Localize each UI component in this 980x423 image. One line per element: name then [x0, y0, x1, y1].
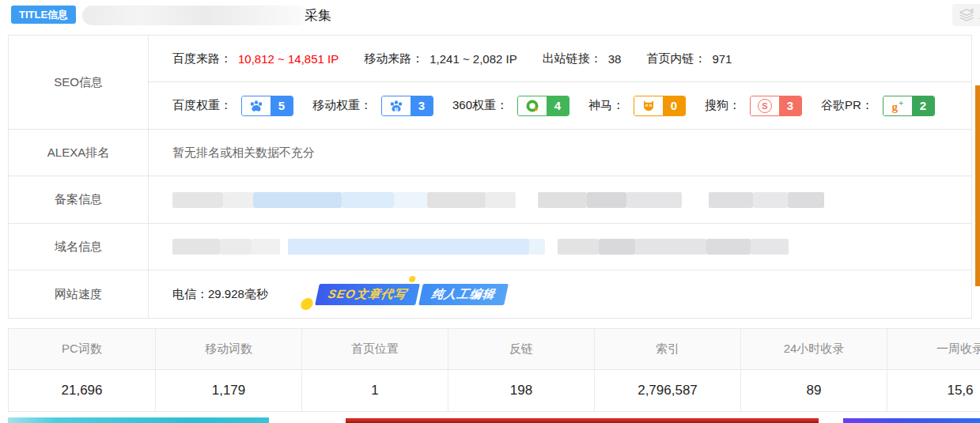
traffic-sub-row: 百度来路： 10,812 ~ 14,851 IP 移动来路： 1,241 ~ 2… — [149, 36, 971, 81]
redacted-text-block — [427, 192, 486, 208]
seo-writing-ad-banner[interactable]: SEO文章代写 纯人工编辑 — [315, 284, 508, 305]
google-plus-icon: g+ — [884, 96, 912, 115]
ad-dot-small-icon — [408, 276, 416, 282]
pc-words-value: 21,696 — [9, 370, 155, 411]
shenma-weight: 神马： 0 — [588, 96, 686, 116]
redacted-text-block — [545, 239, 558, 255]
redacted-text-block — [682, 192, 709, 208]
right-edge-orange-strip — [975, 85, 980, 286]
homepage-position-value: 1 — [301, 370, 448, 411]
bottom-banner-blue — [843, 418, 980, 423]
title-info-badge: TITLE信息 — [11, 6, 76, 24]
sogou-weight-badge[interactable]: S 3 — [750, 96, 802, 116]
redacted-text-block — [486, 192, 516, 208]
ad-left-text: SEO文章代写 — [315, 284, 419, 305]
redacted-text-block — [223, 192, 253, 208]
weight-360: 360权重： 4 — [452, 96, 569, 116]
seo-info-content: 百度来路： 10,812 ~ 14,851 IP 移动来路： 1,241 ~ 2… — [149, 36, 971, 129]
redacted-text-block — [626, 192, 682, 208]
speed-value: 电信：29.928毫秒 — [172, 287, 268, 302]
ad-right-text: 纯人工编辑 — [418, 284, 509, 305]
mobile-weight-value: 3 — [411, 96, 433, 115]
weight-360-value: 4 — [547, 96, 569, 115]
seo-info-table: SEO信息 百度来路： 10,812 ~ 14,851 IP 移动来路： 1,2… — [8, 35, 972, 319]
col-mobile-words: 移动词数 — [155, 329, 301, 370]
redacted-text-block — [635, 239, 706, 255]
collected-24h-value: 89 — [740, 370, 887, 411]
backlinks-value: 198 — [448, 370, 594, 411]
google-pr-badge[interactable]: g+ 2 — [883, 96, 935, 116]
layers-icon — [959, 8, 974, 22]
weight-360-badge[interactable]: 4 — [517, 96, 569, 116]
baidu-weight-value: 5 — [271, 96, 293, 115]
outbound-links: 出站链接： 38 — [543, 51, 622, 66]
redacted-text-block — [288, 239, 529, 255]
shenma-owl-icon — [634, 96, 663, 115]
beian-row: 备案信息 — [9, 176, 971, 223]
google-pr: 谷歌PR： g+ 2 — [821, 96, 935, 116]
col-index: 索引 — [594, 329, 740, 370]
redacted-beian-info — [149, 176, 971, 223]
col-pc-words: PC词数 — [9, 329, 155, 370]
homepage-inlinks: 首页内链： 971 — [646, 51, 732, 66]
redacted-page-title — [82, 6, 308, 25]
redacted-text-block — [172, 239, 220, 255]
col-24h-collected: 24小时收录 — [740, 329, 887, 370]
bottom-banner-red — [346, 418, 819, 423]
outbound-links-value: 38 — [608, 52, 622, 66]
sogou-weight: 搜狗： S 3 — [705, 96, 802, 116]
row-label-domain: 域名信息 — [9, 224, 149, 270]
bottom-banner-cyan — [8, 417, 269, 423]
redacted-text-block — [253, 192, 342, 208]
redacted-text-block — [394, 192, 427, 208]
seo-info-row: SEO信息 百度来路： 10,812 ~ 14,851 IP 移动来路： 1,2… — [9, 36, 971, 129]
row-label-speed: 网站速度 — [9, 270, 149, 318]
col-backlinks: 反链 — [448, 329, 594, 370]
baidu-weight-badge[interactable]: 5 — [241, 96, 293, 116]
mobile-weight: 移动权重： M 3 — [312, 96, 433, 116]
redacted-text-block — [252, 239, 280, 255]
redacted-text-block — [751, 239, 789, 255]
col-week-collected: 一周收录 — [887, 329, 980, 370]
redacted-text-block — [529, 239, 545, 255]
redacted-domain-info — [149, 224, 971, 270]
row-label-seo: SEO信息 — [9, 36, 149, 129]
svg-text:M: M — [395, 106, 399, 111]
redacted-text-block — [599, 239, 635, 255]
mobile-weight-badge[interactable]: M 3 — [381, 96, 433, 116]
domain-row: 域名信息 — [9, 223, 971, 270]
redacted-text-block — [753, 192, 788, 208]
redacted-text-block — [342, 192, 394, 208]
redacted-text-block — [706, 239, 751, 255]
google-pr-value: 2 — [912, 96, 934, 115]
redacted-text-block — [538, 192, 587, 208]
homepage-inlinks-value: 971 — [712, 52, 732, 66]
redacted-text-block — [558, 239, 599, 255]
redacted-text-block — [709, 192, 753, 208]
shenma-weight-value: 0 — [663, 96, 685, 115]
shenma-weight-badge[interactable]: 0 — [634, 96, 686, 116]
redacted-text-block — [172, 192, 223, 208]
360-logo-icon — [518, 96, 547, 115]
alexa-value: 暂无排名或相关数据不充分 — [172, 145, 315, 161]
row-label-alexa: ALEXA排名 — [9, 130, 149, 176]
redacted-text-block — [220, 239, 252, 255]
baidu-traffic-value: 10,812 ~ 14,851 IP — [238, 52, 339, 66]
stats-table: PC词数 移动词数 首页位置 反链 索引 24小时收录 一周收录 21,696 … — [8, 328, 980, 412]
redacted-text-block — [788, 192, 824, 208]
col-homepage-position: 首页位置 — [301, 329, 448, 370]
baidu-weight: 百度权重： 5 — [172, 96, 293, 116]
mobile-traffic-value: 1,241 ~ 2,082 IP — [429, 52, 517, 66]
speed-row: 网站速度 电信：29.928毫秒 SEO文章代写 纯人工编辑 — [9, 270, 971, 318]
alexa-row: ALEXA排名 暂无排名或相关数据不充分 — [9, 129, 971, 176]
redacted-text-block — [516, 192, 538, 208]
collected-week-value: 15,6 — [887, 370, 980, 411]
page-title-suffix: 采集 — [305, 6, 331, 25]
index-value: 2,796,587 — [594, 370, 740, 411]
sogou-s-icon: S — [751, 96, 779, 115]
ad-dot-icon — [300, 298, 314, 310]
redacted-text-block — [587, 192, 626, 208]
sogou-weight-value: 3 — [779, 96, 801, 115]
stats-values-row: 21,696 1,179 1 198 2,796,587 89 15,6 — [9, 370, 980, 411]
apps-button[interactable]: 应 — [952, 4, 980, 26]
